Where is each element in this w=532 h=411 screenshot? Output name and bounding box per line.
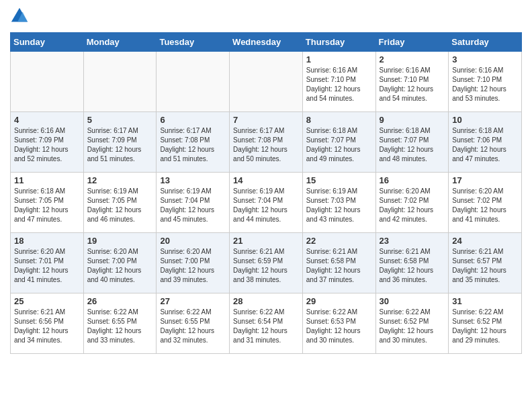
daylight-minutes: and 54 minutes. bbox=[380, 95, 427, 102]
day-info: Sunrise: 6:16 AMSunset: 7:10 PMDaylight:… bbox=[306, 66, 372, 103]
day-info: Sunrise: 6:21 AMSunset: 6:57 PMDaylight:… bbox=[452, 247, 518, 285]
day-number: 9 bbox=[380, 115, 445, 125]
calendar-cell bbox=[230, 52, 303, 112]
day-info: Sunrise: 6:18 AMSunset: 7:07 PMDaylight:… bbox=[306, 126, 372, 164]
calendar-cell: 27Sunrise: 6:22 AMSunset: 6:55 PMDayligh… bbox=[157, 293, 230, 354]
day-info: Sunrise: 6:21 AMSunset: 6:56 PMDaylight:… bbox=[14, 308, 80, 345]
day-number: 17 bbox=[452, 175, 518, 185]
sunset-text: Sunset: 7:04 PM bbox=[160, 197, 210, 204]
daylight-minutes: and 42 minutes. bbox=[380, 216, 427, 223]
calendar-week-row: 1Sunrise: 6:16 AMSunset: 7:10 PMDaylight… bbox=[11, 52, 522, 112]
sunrise-text: Sunrise: 6:17 AM bbox=[160, 127, 211, 134]
sunset-text: Sunset: 7:10 PM bbox=[452, 76, 502, 83]
day-number: 3 bbox=[452, 54, 518, 64]
calendar-week-row: 18Sunrise: 6:20 AMSunset: 7:01 PMDayligh… bbox=[11, 233, 522, 293]
sunrise-text: Sunrise: 6:19 AM bbox=[306, 187, 357, 195]
sunset-text: Sunset: 6:59 PM bbox=[233, 257, 283, 265]
sunset-text: Sunset: 7:00 PM bbox=[160, 257, 210, 265]
day-info: Sunrise: 6:19 AMSunset: 7:04 PMDaylight:… bbox=[233, 187, 299, 224]
day-number: 14 bbox=[233, 175, 299, 185]
page-header bbox=[10, 7, 522, 26]
sunrise-text: Sunrise: 6:19 AM bbox=[160, 187, 211, 195]
column-header-thursday: Thursday bbox=[302, 33, 375, 52]
daylight-minutes: and 48 minutes. bbox=[380, 155, 427, 163]
day-info: Sunrise: 6:22 AMSunset: 6:53 PMDaylight:… bbox=[306, 308, 372, 345]
daylight-minutes: and 49 minutes. bbox=[306, 155, 354, 163]
daylight-text: Daylight: 12 hours bbox=[87, 267, 142, 274]
calendar-cell: 4Sunrise: 6:16 AMSunset: 7:09 PMDaylight… bbox=[11, 112, 84, 173]
sunrise-text: Sunrise: 6:20 AM bbox=[380, 187, 431, 195]
column-header-tuesday: Tuesday bbox=[157, 33, 230, 52]
daylight-minutes: and 41 minutes. bbox=[14, 276, 62, 283]
day-number: 2 bbox=[380, 54, 445, 64]
calendar-week-row: 4Sunrise: 6:16 AMSunset: 7:09 PMDaylight… bbox=[11, 112, 522, 173]
daylight-text: Daylight: 12 hours bbox=[306, 327, 361, 334]
day-number: 25 bbox=[14, 296, 80, 306]
sunset-text: Sunset: 7:00 PM bbox=[87, 257, 137, 265]
day-info: Sunrise: 6:19 AMSunset: 7:04 PMDaylight:… bbox=[160, 187, 226, 224]
day-number: 6 bbox=[160, 115, 226, 125]
day-number: 23 bbox=[380, 236, 445, 246]
sunset-text: Sunset: 7:05 PM bbox=[14, 197, 64, 204]
daylight-minutes: and 34 minutes. bbox=[14, 336, 62, 344]
daylight-text: Daylight: 12 hours bbox=[87, 206, 142, 214]
day-number: 12 bbox=[87, 175, 153, 185]
daylight-minutes: and 44 minutes. bbox=[233, 216, 281, 223]
calendar-cell: 9Sunrise: 6:18 AMSunset: 7:07 PMDaylight… bbox=[375, 112, 449, 173]
sunrise-text: Sunrise: 6:17 AM bbox=[233, 127, 284, 134]
daylight-text: Daylight: 12 hours bbox=[306, 146, 361, 153]
daylight-minutes: and 47 minutes. bbox=[452, 155, 500, 163]
daylight-minutes: and 54 minutes. bbox=[306, 95, 354, 102]
calendar-cell: 13Sunrise: 6:19 AMSunset: 7:04 PMDayligh… bbox=[157, 173, 230, 233]
day-info: Sunrise: 6:16 AMSunset: 7:10 PMDaylight:… bbox=[452, 66, 518, 103]
daylight-text: Daylight: 12 hours bbox=[306, 206, 361, 214]
daylight-minutes: and 51 minutes. bbox=[87, 155, 135, 163]
day-info: Sunrise: 6:21 AMSunset: 6:58 PMDaylight:… bbox=[380, 247, 445, 285]
sunrise-text: Sunrise: 6:18 AM bbox=[14, 187, 65, 195]
daylight-minutes: and 40 minutes. bbox=[87, 276, 135, 283]
sunrise-text: Sunrise: 6:17 AM bbox=[87, 127, 138, 134]
calendar-cell: 20Sunrise: 6:20 AMSunset: 7:00 PMDayligh… bbox=[157, 233, 230, 293]
daylight-text: Daylight: 12 hours bbox=[14, 327, 69, 334]
calendar-cell: 29Sunrise: 6:22 AMSunset: 6:53 PMDayligh… bbox=[302, 293, 375, 354]
sunrise-text: Sunrise: 6:20 AM bbox=[160, 248, 211, 255]
sunset-text: Sunset: 6:58 PM bbox=[306, 257, 356, 265]
day-info: Sunrise: 6:20 AMSunset: 7:01 PMDaylight:… bbox=[14, 247, 80, 285]
day-number: 10 bbox=[452, 115, 518, 125]
daylight-minutes: and 45 minutes. bbox=[160, 216, 208, 223]
day-number: 24 bbox=[452, 236, 518, 246]
sunset-text: Sunset: 7:02 PM bbox=[380, 197, 429, 204]
day-info: Sunrise: 6:19 AMSunset: 7:05 PMDaylight:… bbox=[87, 187, 153, 224]
calendar-cell: 11Sunrise: 6:18 AMSunset: 7:05 PMDayligh… bbox=[11, 173, 84, 233]
day-info: Sunrise: 6:20 AMSunset: 7:02 PMDaylight:… bbox=[452, 187, 518, 224]
sunset-text: Sunset: 7:07 PM bbox=[306, 136, 356, 144]
day-number: 26 bbox=[87, 296, 153, 306]
sunrise-text: Sunrise: 6:21 AM bbox=[380, 248, 431, 255]
daylight-minutes: and 29 minutes. bbox=[452, 336, 500, 344]
sunset-text: Sunset: 7:10 PM bbox=[380, 76, 429, 83]
daylight-text: Daylight: 12 hours bbox=[14, 206, 69, 214]
day-number: 11 bbox=[14, 175, 80, 185]
day-info: Sunrise: 6:17 AMSunset: 7:08 PMDaylight:… bbox=[160, 126, 226, 164]
sunset-text: Sunset: 7:10 PM bbox=[306, 76, 356, 83]
logo-icon bbox=[10, 7, 29, 26]
sunset-text: Sunset: 7:07 PM bbox=[380, 136, 429, 144]
calendar-cell: 6Sunrise: 6:17 AMSunset: 7:08 PMDaylight… bbox=[157, 112, 230, 173]
sunset-text: Sunset: 7:02 PM bbox=[452, 197, 502, 204]
daylight-text: Daylight: 12 hours bbox=[160, 267, 214, 274]
daylight-minutes: and 35 minutes. bbox=[452, 276, 500, 283]
day-info: Sunrise: 6:17 AMSunset: 7:08 PMDaylight:… bbox=[233, 126, 299, 164]
day-number: 19 bbox=[87, 236, 153, 246]
calendar-cell: 8Sunrise: 6:18 AMSunset: 7:07 PMDaylight… bbox=[302, 112, 375, 173]
daylight-text: Daylight: 12 hours bbox=[87, 327, 142, 334]
daylight-text: Daylight: 12 hours bbox=[14, 267, 69, 274]
calendar-cell: 23Sunrise: 6:21 AMSunset: 6:58 PMDayligh… bbox=[375, 233, 449, 293]
calendar-cell: 30Sunrise: 6:22 AMSunset: 6:52 PMDayligh… bbox=[375, 293, 449, 354]
day-info: Sunrise: 6:17 AMSunset: 7:09 PMDaylight:… bbox=[87, 126, 153, 164]
daylight-minutes: and 51 minutes. bbox=[160, 155, 208, 163]
calendar-cell: 3Sunrise: 6:16 AMSunset: 7:10 PMDaylight… bbox=[449, 52, 522, 112]
sunset-text: Sunset: 7:01 PM bbox=[14, 257, 64, 265]
day-number: 20 bbox=[160, 236, 226, 246]
daylight-text: Daylight: 12 hours bbox=[233, 206, 287, 214]
daylight-text: Daylight: 12 hours bbox=[452, 146, 506, 153]
